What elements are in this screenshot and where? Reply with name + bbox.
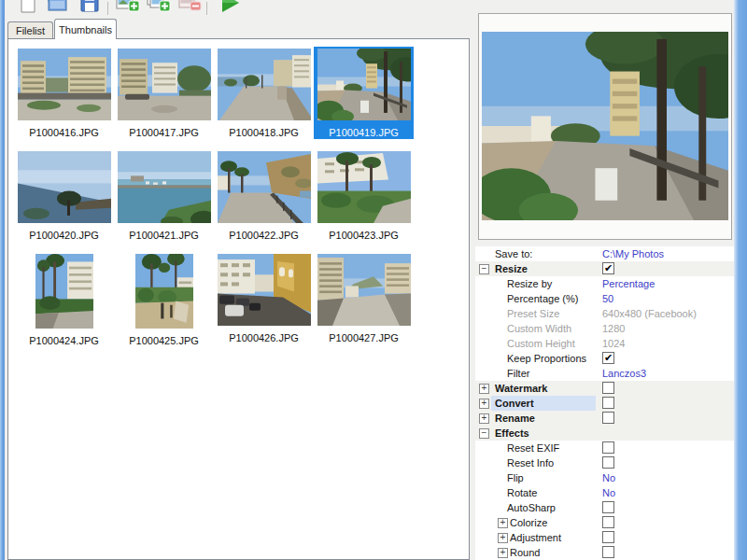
new-file-icon[interactable] <box>16 0 42 16</box>
preview-image <box>482 32 728 220</box>
add-folder-icon[interactable] <box>146 0 172 16</box>
thumbnail-filename: P1000423.JPG <box>329 230 399 241</box>
thumbnail-p1000424[interactable]: P1000424.JPG <box>14 252 114 347</box>
toolbar-separator <box>206 2 207 15</box>
property-value: 1024 <box>602 338 625 349</box>
expand-icon[interactable]: + <box>479 384 489 394</box>
property-row-effects: −Effects <box>475 426 734 441</box>
open-file-icon[interactable] <box>46 0 72 16</box>
checkbox-unchecked[interactable] <box>602 516 614 528</box>
checkbox-unchecked[interactable] <box>602 412 614 424</box>
property-value[interactable]: No <box>602 487 615 498</box>
property-label: Colorize <box>510 517 547 528</box>
thumbnail-image <box>18 49 111 124</box>
property-label: Watermark <box>495 383 547 394</box>
expand-icon[interactable]: + <box>498 548 508 558</box>
save-file-icon[interactable] <box>78 0 104 16</box>
property-row-watermark: +Watermark <box>475 381 734 396</box>
property-label: Custom Height <box>507 338 575 349</box>
checkbox-unchecked[interactable] <box>602 531 614 543</box>
tab-filelist[interactable]: Filelist <box>7 21 53 39</box>
property-value[interactable]: No <box>602 472 615 483</box>
toolbar-separator <box>107 2 108 15</box>
thumbnail-filename: P1000418.JPG <box>229 127 299 138</box>
property-label: Adjustment <box>510 532 561 543</box>
property-row-rotate: RotateNo <box>475 485 734 500</box>
property-row-colorize: +Colorize <box>475 515 734 530</box>
property-row-adjustment: +Adjustment <box>475 530 734 545</box>
property-value[interactable]: 50 <box>602 293 613 304</box>
expand-icon[interactable]: + <box>498 518 508 528</box>
property-label: Custom Width <box>507 323 571 334</box>
thumbnail-p1000416[interactable]: P1000416.JPG <box>14 47 114 139</box>
property-value[interactable]: Percentage <box>602 278 655 289</box>
thumbnail-p1000422[interactable]: P1000422.JPG <box>214 149 314 242</box>
property-row-resize: −Resize✔ <box>475 261 734 276</box>
property-row-resize-by: Resize byPercentage <box>475 276 734 291</box>
property-row-convert: +Convert <box>475 396 734 411</box>
checkbox-checked[interactable]: ✔ <box>602 352 614 364</box>
thumbnail-filename: P1000421.JPG <box>129 230 199 241</box>
thumbnail-image <box>218 49 311 124</box>
property-label: AutoSharp <box>507 502 556 513</box>
property-row-preset-size: Preset Size640x480 (Facebook) <box>475 306 734 321</box>
expand-icon[interactable]: + <box>479 413 489 424</box>
add-image-icon[interactable] <box>115 0 141 16</box>
thumbnail-filename: P1000427.JPG <box>329 332 399 343</box>
property-row-rename: +Rename <box>475 411 734 426</box>
expand-icon[interactable]: + <box>479 399 489 409</box>
start-resize-icon[interactable] <box>216 0 242 16</box>
property-row-custom-height: Custom Height1024 <box>475 336 734 351</box>
property-row-reset-info: Reset Info <box>475 455 734 470</box>
preview-pane <box>478 13 732 240</box>
thumbnail-image <box>317 49 411 124</box>
thumbnail-p1000421[interactable]: P1000421.JPG <box>114 149 214 242</box>
thumbnail-filename: P1000419.JPG <box>329 127 399 138</box>
checkbox-unchecked[interactable] <box>602 441 614 454</box>
collapse-icon[interactable]: − <box>479 264 489 274</box>
property-label: Rename <box>495 413 535 424</box>
property-label: Effects <box>495 427 529 439</box>
thumbnail-p1000426[interactable]: P1000426.JPG <box>214 252 314 347</box>
checkbox-unchecked[interactable] <box>602 456 614 469</box>
checkbox-unchecked[interactable] <box>602 397 614 409</box>
window-border-left <box>0 0 5 560</box>
property-label: Filter <box>507 368 529 379</box>
thumbnail-p1000419[interactable]: P1000419.JPG <box>314 47 414 139</box>
thumbnail-image <box>135 254 193 332</box>
thumbnail-image <box>18 151 111 227</box>
thumbnail-filename: P1000416.JPG <box>29 127 99 138</box>
thumbnail-p1000420[interactable]: P1000420.JPG <box>14 149 114 242</box>
thumbnail-p1000427[interactable]: P1000427.JPG <box>314 252 414 347</box>
property-label: Reset Info <box>507 457 554 469</box>
property-row-percentage: Percentage (%)50 <box>475 291 734 306</box>
thumbnail-grid: P1000416.JPG P1000417.JPG P1000418.JPG P… <box>14 47 414 347</box>
property-label: Percentage (%) <box>507 293 578 304</box>
thumbnail-filename: P1000426.JPG <box>229 332 299 343</box>
tab-thumbnails[interactable]: Thumbnails <box>54 19 117 39</box>
property-value[interactable]: C:\My Photos <box>602 248 664 259</box>
property-label: Preset Size <box>507 308 559 319</box>
thumbnail-p1000425[interactable]: P1000425.JPG <box>114 252 214 347</box>
thumbnail-list-panel: P1000416.JPG P1000417.JPG P1000418.JPG P… <box>7 38 470 560</box>
property-label: Round <box>510 547 540 558</box>
checkbox-unchecked[interactable] <box>602 501 614 513</box>
thumbnail-p1000418[interactable]: P1000418.JPG <box>214 47 314 139</box>
property-label: Resize by <box>507 278 552 289</box>
expand-icon[interactable]: + <box>498 533 508 543</box>
window-border-right <box>734 0 747 560</box>
thumbnail-p1000423[interactable]: P1000423.JPG <box>314 149 414 242</box>
property-label: Flip <box>507 472 524 483</box>
property-label: Convert <box>495 398 534 409</box>
property-row-filter: FilterLanczos3 <box>475 366 734 381</box>
app-window: FilelistThumbnails P1000416.JPG P1000417… <box>0 0 747 560</box>
property-row-flip: FlipNo <box>475 470 734 485</box>
thumbnail-image <box>118 151 211 227</box>
collapse-icon[interactable]: − <box>479 428 489 439</box>
remove-image-icon[interactable] <box>176 0 203 16</box>
thumbnail-p1000417[interactable]: P1000417.JPG <box>114 47 214 139</box>
checkbox-unchecked[interactable] <box>602 382 614 394</box>
checkbox-checked[interactable]: ✔ <box>602 262 614 274</box>
property-value[interactable]: Lanczos3 <box>602 368 646 379</box>
checkbox-unchecked[interactable] <box>602 546 614 558</box>
